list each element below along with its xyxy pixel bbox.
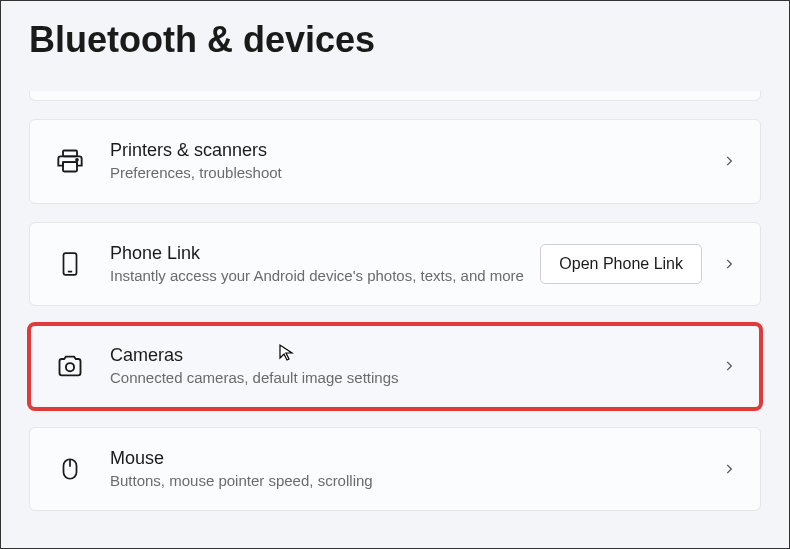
row-subtitle: Connected cameras, default image setting…: [110, 368, 722, 388]
svg-point-5: [66, 363, 74, 371]
truncated-row: [29, 91, 761, 101]
mouse-icon: [54, 453, 86, 485]
chevron-right-icon: [722, 257, 736, 271]
row-title: Mouse: [110, 448, 722, 469]
row-mouse[interactable]: Mouse Buttons, mouse pointer speed, scro…: [29, 427, 761, 512]
row-subtitle: Buttons, mouse pointer speed, scrolling: [110, 471, 722, 491]
row-title: Cameras: [110, 345, 722, 366]
chevron-right-icon: [722, 462, 736, 476]
row-subtitle: Preferences, troubleshoot: [110, 163, 722, 183]
open-phone-link-button[interactable]: Open Phone Link: [540, 244, 702, 284]
row-title: Phone Link: [110, 243, 540, 264]
row-title: Printers & scanners: [110, 140, 722, 161]
row-subtitle: Instantly access your Android device's p…: [110, 266, 540, 286]
row-cameras[interactable]: Cameras Connected cameras, default image…: [29, 324, 761, 409]
chevron-right-icon: [722, 359, 736, 373]
row-phone-link[interactable]: Phone Link Instantly access your Android…: [29, 222, 761, 307]
chevron-right-icon: [722, 154, 736, 168]
printer-icon: [54, 145, 86, 177]
svg-point-2: [76, 159, 78, 161]
row-printers-scanners[interactable]: Printers & scanners Preferences, trouble…: [29, 119, 761, 204]
phone-icon: [54, 248, 86, 280]
page-title: Bluetooth & devices: [29, 19, 761, 61]
camera-icon: [54, 350, 86, 382]
svg-rect-1: [63, 162, 77, 171]
